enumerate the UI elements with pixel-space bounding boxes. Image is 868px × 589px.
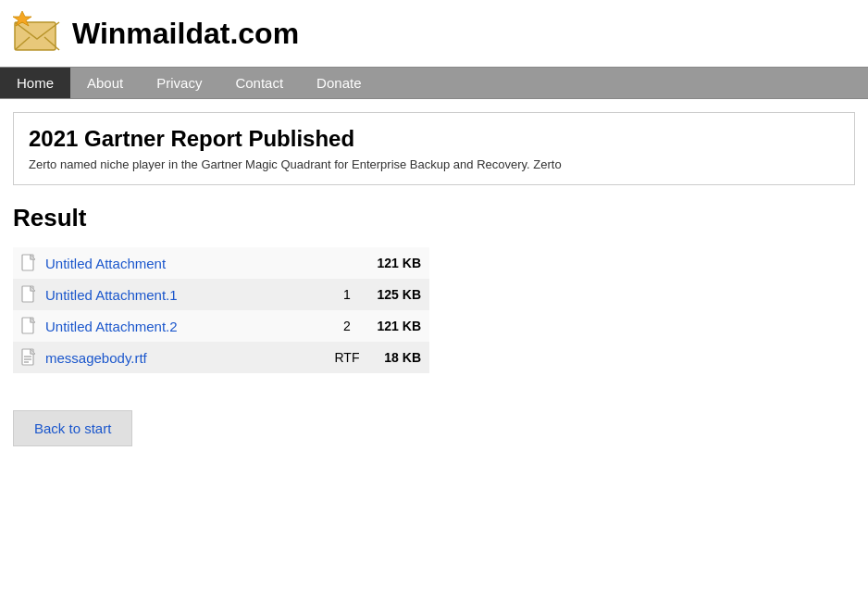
document-lines-icon bbox=[21, 348, 38, 367]
document-icon bbox=[21, 317, 38, 335]
file-size: 121 KB bbox=[366, 319, 421, 333]
ad-banner: 2021 Gartner Report Published Zerto name… bbox=[13, 112, 855, 185]
nav-home[interactable]: Home bbox=[0, 68, 70, 98]
list-item: Untitled Attachment.1 1 125 KB bbox=[13, 279, 429, 310]
list-item: Untitled Attachment.2 2 121 KB bbox=[13, 310, 429, 342]
document-icon bbox=[21, 285, 38, 304]
file-type: 2 bbox=[329, 319, 366, 333]
nav-donate[interactable]: Donate bbox=[300, 68, 378, 98]
file-size: 121 KB bbox=[366, 256, 421, 270]
site-logo bbox=[13, 9, 61, 57]
file-size: 18 KB bbox=[366, 350, 421, 365]
main-content: Result Untitled Attachment 121 KB Untitl… bbox=[0, 194, 868, 456]
document-icon bbox=[21, 254, 38, 272]
file-name[interactable]: Untitled Attachment.2 bbox=[45, 319, 325, 334]
header: Winmaildat.com bbox=[0, 0, 868, 67]
site-title: Winmaildat.com bbox=[72, 17, 299, 51]
file-name[interactable]: Untitled Attachment bbox=[45, 256, 325, 271]
ad-banner-text: Zerto named niche player in the Gartner … bbox=[29, 157, 839, 171]
file-name[interactable]: Untitled Attachment.1 bbox=[45, 287, 325, 303]
file-name[interactable]: messagebody.rtf bbox=[45, 350, 325, 366]
navbar: Home About Privacy Contact Donate bbox=[0, 67, 868, 99]
list-item: Untitled Attachment 121 KB bbox=[13, 247, 429, 279]
nav-contact[interactable]: Contact bbox=[218, 68, 300, 98]
file-list: Untitled Attachment 121 KB Untitled Atta… bbox=[13, 247, 429, 373]
file-size: 125 KB bbox=[366, 287, 421, 302]
nav-about[interactable]: About bbox=[70, 68, 140, 98]
file-type: RTF bbox=[329, 350, 366, 365]
ad-banner-title: 2021 Gartner Report Published bbox=[29, 126, 839, 152]
file-type: 1 bbox=[329, 287, 366, 302]
nav-privacy[interactable]: Privacy bbox=[140, 68, 218, 98]
list-item: messagebody.rtf RTF 18 KB bbox=[13, 342, 429, 373]
back-to-start-button[interactable]: Back to start bbox=[13, 410, 132, 446]
result-heading: Result bbox=[13, 204, 855, 232]
